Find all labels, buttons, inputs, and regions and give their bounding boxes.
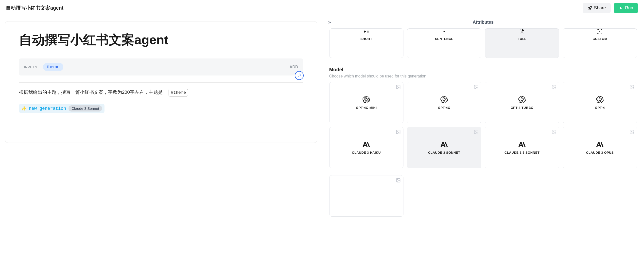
model-label: CLAUDE 3 HAIKU bbox=[352, 151, 381, 154]
image-icon bbox=[552, 85, 556, 90]
model-section-desc: Choose which model should be used for th… bbox=[329, 74, 637, 79]
anthropic-logo-icon bbox=[596, 141, 604, 148]
anthropic-logo-icon bbox=[518, 141, 526, 148]
model-tile-placeholder[interactable] bbox=[329, 175, 404, 217]
image-icon bbox=[630, 85, 634, 90]
run-button[interactable]: Run bbox=[614, 3, 638, 13]
divider bbox=[19, 82, 303, 83]
plus-icon bbox=[284, 65, 288, 69]
svg-point-19 bbox=[397, 179, 398, 180]
generation-name: new_generation bbox=[29, 106, 66, 111]
model-tile-claude-3-opus[interactable]: CLAUDE 3 OPUS bbox=[563, 127, 637, 168]
full-icon bbox=[519, 29, 525, 35]
model-tile-claude-3-5-sonnet[interactable]: CLAUDE 3.5 SONNET bbox=[485, 127, 559, 168]
extra-grid bbox=[322, 175, 644, 223]
model-label: GPT-4 bbox=[595, 106, 605, 110]
model-label: CLAUDE 3 OPUS bbox=[586, 151, 614, 154]
add-label: ADD bbox=[290, 65, 298, 69]
app-header: 自动撰写小红书文案agent Share Run bbox=[0, 0, 644, 16]
sparkle-icon: ✨ bbox=[22, 106, 26, 111]
prompt-text[interactable]: 根据我给出的主题，撰写一篇小红书文案，字数为200字左右，主题是： @theme bbox=[19, 89, 303, 96]
image-icon bbox=[552, 130, 556, 134]
input-chip-theme[interactable]: theme bbox=[43, 63, 63, 71]
model-tile-gpt-4o-mini[interactable]: GPT-4O MINI bbox=[329, 82, 404, 123]
image-icon bbox=[630, 130, 634, 134]
svg-point-11 bbox=[397, 131, 398, 132]
inputs-row: INPUTS theme ADD bbox=[19, 59, 303, 76]
panel-title: Attributes bbox=[473, 20, 494, 25]
openai-logo-icon bbox=[440, 96, 448, 103]
variable-pill-theme[interactable]: @theme bbox=[168, 89, 188, 96]
attributes-panel: Attributes SHORTSENTENCEFULLCUSTOM Model… bbox=[322, 16, 644, 263]
share-label: Share bbox=[594, 6, 606, 11]
play-icon bbox=[618, 6, 623, 10]
page-title: 自动撰写小红书文案agent bbox=[6, 5, 63, 11]
model-label: GPT-4 TURBO bbox=[511, 106, 534, 110]
svg-point-17 bbox=[631, 131, 632, 132]
length-tile-sentence[interactable]: SENTENCE bbox=[407, 28, 481, 58]
length-tile-custom[interactable]: CUSTOM bbox=[563, 28, 637, 58]
svg-point-7 bbox=[553, 86, 554, 87]
length-label: SHORT bbox=[360, 37, 372, 41]
svg-point-5 bbox=[475, 86, 476, 87]
prompt-prefix: 根据我给出的主题，撰写一篇小红书文案，字数为200字左右，主题是： bbox=[19, 90, 167, 95]
svg-point-15 bbox=[553, 131, 554, 132]
editor-card: 自动撰写小红书文案agent INPUTS theme ADD bbox=[5, 21, 317, 143]
magic-wand-button[interactable] bbox=[295, 71, 304, 80]
add-input-button[interactable]: ADD bbox=[284, 65, 298, 69]
length-label: CUSTOM bbox=[593, 37, 607, 41]
model-label: GPT-4O MINI bbox=[356, 106, 376, 110]
image-icon bbox=[474, 85, 479, 90]
length-options-grid: SHORTSENTENCEFULLCUSTOM bbox=[322, 28, 644, 65]
openai-logo-icon bbox=[518, 96, 526, 103]
model-label: CLAUDE 3.5 SONNET bbox=[504, 151, 540, 154]
svg-point-9 bbox=[631, 86, 632, 87]
generation-block[interactable]: ✨ new_generation Claude 3 Sonnet bbox=[19, 104, 104, 113]
image-icon bbox=[396, 130, 401, 134]
image-icon bbox=[396, 85, 401, 90]
svg-point-1 bbox=[600, 31, 600, 32]
agent-title: 自动撰写小红书文案agent bbox=[19, 31, 303, 49]
share-button[interactable]: Share bbox=[583, 3, 611, 13]
model-label: CLAUDE 3 SONNET bbox=[428, 151, 460, 154]
custom-icon bbox=[597, 29, 603, 35]
model-grid: GPT-4O MINIGPT-4OGPT-4 TURBOGPT-4CLAUDE … bbox=[322, 82, 644, 175]
openai-logo-icon bbox=[596, 96, 604, 103]
openai-logo-icon bbox=[362, 96, 370, 103]
panel-header: Attributes bbox=[322, 16, 644, 28]
model-tile-claude-3-haiku[interactable]: CLAUDE 3 HAIKU bbox=[329, 127, 404, 168]
model-section-head: Model Choose which model should be used … bbox=[322, 65, 644, 82]
editor-panel: 自动撰写小红书文案agent INPUTS theme ADD bbox=[0, 16, 322, 263]
magic-wand-icon bbox=[297, 73, 302, 78]
generation-model-badge: Claude 3 Sonnet bbox=[68, 105, 102, 112]
length-label: FULL bbox=[518, 37, 526, 41]
image-icon bbox=[474, 130, 479, 134]
collapse-panel-button[interactable] bbox=[327, 20, 332, 25]
length-tile-short[interactable]: SHORT bbox=[329, 28, 404, 58]
image-icon bbox=[396, 178, 401, 183]
model-tile-claude-3-sonnet[interactable]: CLAUDE 3 SONNET bbox=[407, 127, 481, 168]
model-tile-gpt-4[interactable]: GPT-4 bbox=[563, 82, 637, 123]
inputs-label: INPUTS bbox=[24, 65, 37, 69]
anthropic-logo-icon bbox=[362, 141, 370, 148]
sentence-icon bbox=[441, 29, 447, 35]
model-section-title: Model bbox=[329, 67, 637, 73]
anthropic-logo-icon bbox=[440, 141, 448, 148]
model-tile-gpt-4-turbo[interactable]: GPT-4 TURBO bbox=[485, 82, 559, 123]
model-tile-gpt-4o[interactable]: GPT-4O bbox=[407, 82, 481, 123]
svg-point-0 bbox=[444, 31, 445, 32]
length-label: SENTENCE bbox=[435, 37, 454, 41]
svg-point-3 bbox=[397, 86, 398, 87]
short-icon bbox=[363, 29, 369, 35]
model-label: GPT-4O bbox=[438, 106, 450, 110]
svg-point-13 bbox=[475, 131, 476, 132]
header-actions: Share Run bbox=[583, 3, 638, 13]
main-layout: 自动撰写小红书文案agent INPUTS theme ADD bbox=[0, 16, 644, 263]
length-tile-full[interactable]: FULL bbox=[485, 28, 559, 58]
run-label: Run bbox=[625, 6, 633, 11]
rocket-icon bbox=[588, 6, 592, 10]
